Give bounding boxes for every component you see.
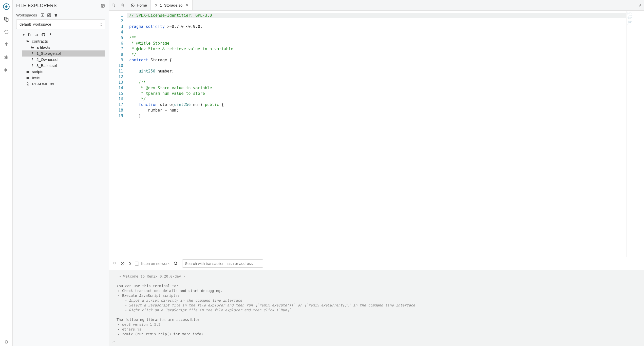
folder-icon [30, 46, 34, 49]
tab-home-label: Home [137, 3, 147, 7]
svg-point-11 [132, 5, 133, 6]
tree-item[interactable]: 3_Ballot.sol [22, 63, 105, 69]
tree-item[interactable]: README.txt [22, 81, 105, 87]
tree-toolbar: ▾ [16, 33, 105, 37]
sol-icon [30, 64, 34, 67]
tree-collapse-icon[interactable]: ▾ [23, 33, 25, 37]
terminal-hint: - Right click on a JavaScript file in th… [125, 308, 636, 313]
listen-network-label: listen on network [141, 261, 169, 266]
chevron-updown-icon: ▴▾ [100, 22, 102, 26]
tree-item[interactable]: artifacts [22, 44, 105, 50]
file-icon [26, 82, 30, 86]
tree-item[interactable]: scripts [22, 69, 105, 75]
terminal-welcome: - Welcome to Remix 0.20.0-dev - [117, 274, 636, 279]
deploy-icon[interactable] [2, 41, 10, 49]
tree-item[interactable]: 2_Owner.sol [22, 57, 105, 63]
svg-point-13 [174, 262, 177, 265]
tree-item-label: contracts [32, 39, 48, 44]
svg-point-4 [5, 56, 7, 59]
logo-icon[interactable] [2, 3, 10, 11]
file-tree: contractsartifacts1_Storage.sol2_Owner.s… [16, 38, 105, 87]
zoom-in-icon[interactable] [118, 0, 127, 11]
pending-tx-count: 0 [129, 261, 131, 266]
terminal-lib-link[interactable]: ethers.js [122, 327, 141, 331]
terminal-prompt[interactable]: > [109, 338, 644, 346]
terminal-bullet: Check transactions details and start deb… [122, 288, 636, 293]
tree-item[interactable]: 1_Storage.sol [22, 50, 105, 57]
add-workspace-icon[interactable] [41, 13, 45, 17]
debugger-icon[interactable] [2, 53, 10, 61]
terminal-hint: - Select a Javascript file in the file e… [125, 303, 636, 308]
code-editor[interactable]: 12345678910111213141516171819 // SPDX-Li… [109, 11, 644, 257]
terminal-lib: web3 version 1.5.2 [122, 322, 636, 327]
main-area: Home 1_Storage.sol✕ ⇄ 123456789101112131… [109, 0, 644, 346]
activity-bar [0, 0, 13, 346]
delete-workspace-icon[interactable] [54, 13, 58, 17]
upload-icon[interactable] [48, 33, 52, 37]
terminal-toggle-icon[interactable] [112, 262, 117, 266]
tab-label: 1_Storage.sol [160, 3, 183, 7]
folder-open-icon [26, 40, 30, 43]
file-explorer-panel: FILE EXPLORERS Workspaces default_worksp… [13, 0, 109, 346]
github-icon[interactable] [41, 33, 45, 37]
workspace-select[interactable]: default_workspace ▴▾ [16, 19, 105, 29]
listen-network-checkbox[interactable] [135, 262, 139, 266]
sol-icon [154, 4, 158, 7]
terminal-lib: remix (run remix.help() for more info) [122, 332, 636, 337]
tree-item-label: 1_Storage.sol [36, 51, 61, 56]
folder-icon [26, 70, 30, 74]
tree-item-label: 2_Owner.sol [36, 57, 58, 62]
compiler-icon[interactable] [2, 28, 10, 36]
tree-item-label: scripts [32, 69, 43, 74]
terminal-lib-link[interactable]: web3 version 1.5.2 [122, 322, 161, 326]
close-icon[interactable]: ✕ [185, 3, 189, 8]
settings-icon[interactable] [2, 338, 10, 346]
terminal-lib: ethers.js [122, 327, 636, 332]
home-icon [131, 3, 135, 7]
terminal-search-input[interactable] [182, 259, 263, 268]
tree-item-label: tests [32, 76, 40, 80]
sol-icon [30, 58, 34, 61]
panel-collapse-icon[interactable] [101, 4, 105, 8]
tree-item-label: 3_Ballot.sol [36, 63, 57, 68]
svg-point-1 [5, 5, 7, 8]
line-gutter: 12345678910111213141516171819 [109, 11, 127, 257]
zoom-out-icon[interactable] [109, 0, 118, 11]
new-file-icon[interactable] [28, 33, 31, 37]
tree-item-label: artifacts [36, 45, 50, 50]
folder-icon [26, 76, 30, 80]
search-icon[interactable] [174, 261, 178, 266]
rename-workspace-icon[interactable] [47, 13, 51, 17]
plugin-manager-icon[interactable] [2, 66, 10, 74]
svg-rect-7 [48, 14, 51, 17]
tree-item[interactable]: contracts [22, 38, 105, 44]
workspace-selected-value: default_workspace [20, 22, 51, 26]
editor-tabs: Home 1_Storage.sol✕ ⇄ [109, 0, 644, 11]
panel-title: FILE EXPLORERS [16, 3, 57, 8]
minimap[interactable]: // SPDX pragma sol /** * @title */ contr… [626, 11, 644, 257]
terminal-clear-icon[interactable] [121, 262, 125, 266]
terminal-panel: 0 listen on network - Welcome to Remix 0… [109, 257, 644, 346]
tab-home[interactable]: Home [127, 0, 151, 10]
terminal-toolbar: 0 listen on network [109, 257, 644, 270]
terminal-output[interactable]: - Welcome to Remix 0.20.0-dev - You can … [109, 270, 644, 338]
file-explorer-icon[interactable] [2, 15, 10, 23]
terminal-libs-intro: The following libraries are accessible: [117, 317, 636, 322]
terminal-hint: - Input a script directly in the command… [125, 298, 636, 303]
tab-file[interactable]: 1_Storage.sol✕ [151, 0, 193, 10]
terminal-intro: You can use this terminal to: [117, 284, 636, 288]
tabs-expand-icon[interactable]: ⇄ [636, 3, 644, 7]
tree-item[interactable]: tests [22, 75, 105, 81]
terminal-bullet: Execute JavaScript scripts: [122, 293, 636, 298]
code-content[interactable]: // SPDX-License-Identifier: GPL-3.0 prag… [127, 11, 626, 257]
sol-icon [30, 52, 34, 55]
tree-item-label: README.txt [32, 82, 54, 86]
workspaces-label: Workspaces [16, 13, 37, 17]
new-folder-icon[interactable] [34, 33, 38, 37]
